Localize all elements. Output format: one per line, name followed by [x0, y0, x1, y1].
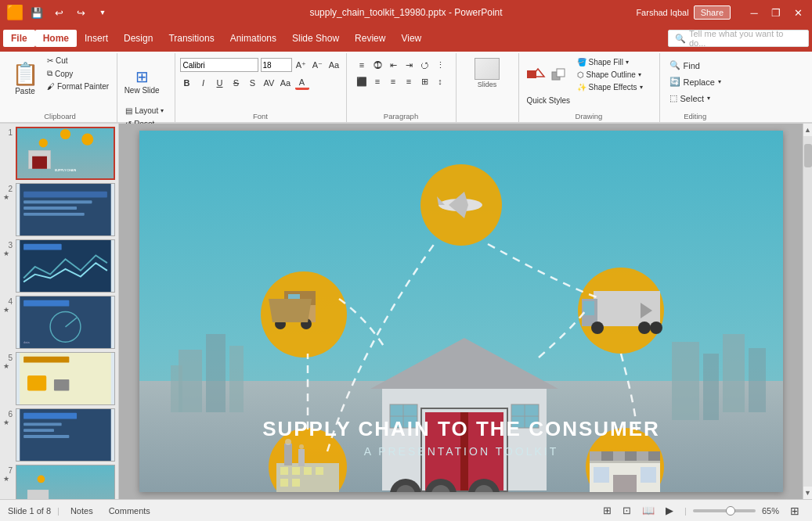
slide-preview-6[interactable] [16, 408, 115, 462]
slide-preview-3[interactable] [16, 239, 115, 293]
slide-thumb-1[interactable]: 1 SUPPLY CHAIN [3, 127, 115, 180]
clear-format-button[interactable]: Aa [327, 58, 341, 72]
svg-rect-94 [292, 479, 300, 487]
select-button[interactable]: ⬚ Select▾ [665, 91, 716, 106]
paragraph-label: Paragraph [352, 110, 451, 120]
decrease-font-button[interactable]: A⁻ [311, 58, 325, 72]
slide-thumb-7[interactable]: 7 ★ SUPPLY CHAIN [3, 465, 115, 499]
menu-file[interactable]: File [3, 30, 35, 47]
char-spacing-button[interactable]: AV [262, 76, 276, 90]
redo-icon[interactable]: ↪ [72, 4, 89, 21]
slide-thumb-6[interactable]: 6 ★ [3, 408, 115, 462]
menu-view[interactable]: View [393, 30, 429, 47]
menu-insert[interactable]: Insert [77, 30, 116, 47]
slide-preview-4[interactable]: data [16, 296, 115, 349]
copy-button[interactable]: ⧉ Copy [44, 67, 112, 80]
change-case-button[interactable]: Aa [279, 76, 293, 90]
format-painter-button[interactable]: 🖌 Format Painter [44, 81, 112, 92]
shape-outline-button[interactable]: ⬡ Shape Outline▾ [574, 69, 646, 81]
text-direction-button[interactable]: ⭯ [417, 58, 431, 72]
presentation-view-button[interactable]: ▶ [661, 503, 678, 518]
fit-slide-button[interactable]: ⊞ [785, 503, 804, 519]
slide-preview-5[interactable] [16, 352, 115, 405]
svg-rect-82 [583, 301, 594, 315]
paste-button[interactable]: 📋 Paste [8, 55, 42, 102]
editing-group: 🔍 Find 🔄 Replace▾ ⬚ Select▾ Editing [660, 53, 731, 122]
menu-slideshow[interactable]: Slide Show [284, 30, 347, 47]
vertical-scrollbar[interactable]: ▲ ▼ [803, 124, 812, 499]
close-button[interactable]: ✕ [790, 5, 806, 20]
cut-button[interactable]: ✂ Cut [44, 55, 112, 66]
align-center-button[interactable]: ≡ [370, 74, 384, 88]
arrange-button[interactable] [549, 63, 572, 87]
tell-me-input[interactable]: 🔍 Tell me what you want to do... [668, 30, 809, 47]
shape-effects-button[interactable]: ✨ Shape Effects▾ [574, 81, 646, 93]
minimize-button[interactable]: ─ [746, 5, 762, 20]
paragraph-row2: ⬛ ≡ ≡ ≡ ⊞ ↕ [355, 74, 447, 88]
align-right-button[interactable]: ≡ [386, 74, 400, 88]
slide-layout-preview[interactable] [475, 58, 500, 80]
menu-design[interactable]: Design [116, 30, 161, 47]
justify-button[interactable]: ≡ [402, 74, 416, 88]
slide-thumb-3[interactable]: 3 ★ [3, 239, 115, 293]
customize-icon[interactable]: ▼ [94, 4, 111, 21]
svg-point-84 [591, 322, 604, 334]
outline-icon: ⬡ [577, 70, 584, 79]
bullets-button[interactable]: ≡ [355, 58, 369, 72]
title-bar: 🟧 💾 ↩ ↪ ▼ supply_chain_toolkit_19980.ppt… [0, 0, 812, 25]
scroll-down-button[interactable]: ▼ [803, 487, 813, 499]
find-button[interactable]: 🔍 Find [665, 58, 705, 73]
svg-rect-104 [613, 451, 625, 461]
bold-button[interactable]: B [180, 76, 194, 90]
shapes-button[interactable] [524, 63, 547, 87]
undo-icon[interactable]: ↩ [50, 4, 67, 21]
font-color-button[interactable]: A [295, 76, 309, 90]
normal-view-button[interactable]: ⊞ [598, 503, 616, 518]
reading-view-button[interactable]: 📖 [637, 503, 659, 518]
italic-button[interactable]: I [197, 76, 211, 90]
menu-transitions[interactable]: Transitions [161, 30, 222, 47]
zoom-thumb[interactable] [726, 506, 735, 516]
increase-font-button[interactable]: A⁺ [294, 58, 309, 72]
share-button[interactable]: Share [694, 5, 731, 20]
font-name-input[interactable] [180, 58, 258, 72]
slide-preview-2[interactable] [16, 183, 115, 236]
menu-animations[interactable]: Animations [222, 30, 284, 47]
line-spacing-button[interactable]: ↕ [433, 74, 447, 88]
zoom-slider[interactable] [693, 509, 756, 512]
scroll-up-button[interactable]: ▲ [803, 124, 813, 136]
new-slide-button[interactable]: ⊞ New Slide [122, 58, 161, 103]
scroll-track[interactable] [803, 136, 813, 487]
svg-rect-39 [171, 365, 182, 412]
menu-review[interactable]: Review [347, 30, 393, 47]
convert-smartart-button[interactable]: ⋮ [433, 58, 447, 72]
align-left-button[interactable]: ⬛ [355, 74, 369, 88]
layout-button[interactable]: ▤ Layout ▾ [122, 105, 167, 117]
shape-fill-button[interactable]: 🪣 Shape Fill▾ [574, 56, 646, 68]
menu-home[interactable]: Home [35, 30, 77, 47]
columns-button[interactable]: ⊞ [417, 74, 431, 88]
underline-button[interactable]: U [213, 76, 227, 90]
slide-canvas[interactable]: SUPPLY CHAIN TO THE CONSUMER A PRESENTAT… [139, 131, 783, 492]
svg-rect-92 [316, 467, 323, 475]
slide-thumb-5[interactable]: 5 ★ [3, 352, 115, 405]
decrease-indent-button[interactable]: ⇤ [386, 58, 400, 72]
slide-preview-7[interactable]: SUPPLY CHAIN [16, 465, 115, 499]
font-size-input[interactable] [261, 58, 292, 72]
numbering-button[interactable]: ⓵ [370, 58, 384, 72]
strikethrough-button[interactable]: S [229, 76, 244, 90]
user-label[interactable]: Farshad Iqbal [636, 8, 688, 17]
notes-button[interactable]: Notes [66, 505, 98, 517]
save-icon[interactable]: 💾 [28, 4, 45, 21]
slide-preview-1[interactable]: SUPPLY CHAIN [16, 127, 115, 180]
scroll-thumb[interactable] [804, 144, 812, 167]
slide-sorter-button[interactable]: ⊡ [618, 503, 636, 518]
restore-button[interactable]: ❐ [768, 5, 784, 20]
comments-button[interactable]: Comments [104, 505, 155, 517]
quick-styles-button[interactable]: Quick Styles [524, 95, 574, 106]
text-shadow-button[interactable]: S [246, 76, 260, 90]
slide-thumb-4[interactable]: 4 ★ data [3, 296, 115, 349]
slide-thumb-2[interactable]: 2 ★ [3, 183, 115, 236]
increase-indent-button[interactable]: ⇥ [402, 58, 416, 72]
replace-button[interactable]: 🔄 Replace▾ [665, 74, 726, 89]
